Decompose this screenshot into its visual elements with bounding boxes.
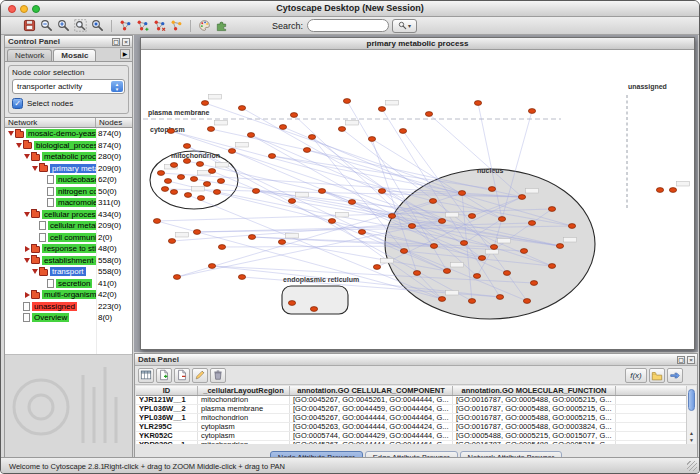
network-node[interactable] [528,109,535,114]
network-node[interactable] [548,264,555,269]
resize-grip[interactable] [687,461,697,471]
vizmapper-button[interactable] [196,18,213,34]
maximize-window-button[interactable] [32,5,40,13]
network-node[interactable] [656,188,663,193]
network-node[interactable] [208,169,215,174]
network-node[interactable] [438,297,445,302]
network-node[interactable] [290,113,297,118]
network-node[interactable] [303,148,310,153]
network-node[interactable] [238,106,245,111]
network-node[interactable] [523,299,530,304]
network-node[interactable] [288,301,295,306]
network-node[interactable] [183,159,190,164]
tree-column-nodes[interactable]: Nodes [96,118,132,127]
first-neighbors-button[interactable] [168,18,185,34]
network-node[interactable] [473,274,480,279]
network-node[interactable] [368,137,375,142]
create-view-button[interactable] [134,18,151,34]
table-row[interactable]: YLR295Ccytoplasm[GO:0045263, GO:0044444,… [136,423,696,432]
network-node[interactable] [343,99,350,104]
network-node[interactable] [429,199,436,204]
tree-collapse-toggle[interactable] [23,212,31,217]
tree-item-secretion[interactable]: secretion41(0) [5,278,132,290]
tree-collapse-toggle[interactable] [7,131,15,136]
select-nodes-checkbox[interactable]: ✓ [12,98,23,109]
dropdown-arrows-icon[interactable]: ▲▼ [111,81,123,92]
network-node[interactable] [157,171,164,176]
network-node[interactable] [208,264,215,269]
network-node[interactable] [488,187,495,192]
network-node[interactable] [207,127,214,132]
network-node[interactable] [548,207,555,212]
network-node[interactable] [308,135,315,140]
network-node[interactable] [168,239,175,244]
float-panel-icon[interactable]: ▢ [677,356,685,364]
network-node[interactable] [248,235,255,240]
attribute-dropdown[interactable]: transporter activity ▲▼ [12,79,125,94]
network-node[interactable] [197,196,204,201]
network-node[interactable] [490,245,497,250]
tree-item-overview[interactable]: Overview8(0) [5,312,132,324]
network-node[interactable] [310,307,317,312]
network-node[interactable] [167,129,174,134]
zoom-selected-button[interactable] [89,18,106,34]
network-node[interactable] [218,245,225,250]
network-node[interactable] [400,249,407,254]
tree-item-response-to-stimul[interactable]: response to stimul48(0) [5,243,132,255]
network-canvas[interactable]: plasma membranecytoplasmmitochondrionnuc… [141,51,694,349]
tree-item-primary-metabo[interactable]: primary metabo209(0) [5,163,132,175]
tree-item-establishment-of-l[interactable]: establishment of l558(0) [5,255,132,267]
table-row[interactable]: YPL036W__2plasma membrane[GO:0045267, GO… [136,405,696,414]
table-scrollbar[interactable]: ▲ ▼ [686,386,696,444]
save-session-button[interactable] [21,18,38,34]
edit-attribute-button[interactable] [192,368,208,383]
network-node[interactable] [425,112,432,117]
network-node[interactable] [408,224,415,229]
network-node[interactable] [460,241,467,246]
network-node[interactable] [318,189,325,194]
scroll-down-icon[interactable]: ▼ [687,437,696,443]
network-node[interactable] [217,179,224,184]
network-node[interactable] [474,101,481,106]
tree-expand-toggle[interactable] [23,292,31,298]
network-node[interactable] [193,230,200,235]
network-node[interactable] [247,133,254,138]
network-node[interactable] [378,107,385,112]
network-node[interactable] [528,221,535,226]
select-attributes-button[interactable] [138,368,154,383]
minimize-window-button[interactable] [20,5,28,13]
zoom-in-button[interactable] [55,18,72,34]
destroy-view-button[interactable] [151,18,168,34]
network-node[interactable] [430,244,437,249]
network-node[interactable] [338,127,345,132]
network-view-title[interactable]: primary metabolic process [141,38,694,50]
network-node[interactable] [177,175,184,180]
network-node[interactable] [399,129,406,134]
tree-collapse-toggle[interactable] [31,166,39,171]
column-header-cellularlayoutregion[interactable]: _cellularLayoutRegion [198,386,290,395]
network-node[interactable] [279,125,286,130]
close-window-button[interactable] [8,5,16,13]
network-node[interactable] [170,163,177,168]
attribute-mapping-button[interactable] [667,368,683,383]
network-node[interactable] [278,240,285,245]
tab-scroll-right-button[interactable]: ▶ [120,49,130,59]
network-node[interactable] [669,188,676,193]
create-attribute-button[interactable] [156,368,172,383]
tree-item-mosaic-demo-yeast[interactable]: mosaic-demo-yeast874(0) [5,128,132,140]
network-node[interactable] [196,162,203,167]
network-node[interactable] [228,149,235,154]
table-row[interactable]: YJR121W__1mitochondrion[GO:0045267, GO:0… [136,396,696,405]
network-node[interactable] [413,271,420,276]
show-overview-button[interactable] [117,18,134,34]
network-node[interactable] [373,265,380,270]
network-node[interactable] [498,217,505,222]
import-attributes-button[interactable] [649,368,665,383]
tree-collapse-toggle[interactable] [31,269,39,274]
tree-item-nucleobase[interactable]: nucleobase62(0) [5,174,132,186]
network-node[interactable] [556,244,563,249]
network-node[interactable] [478,256,485,261]
delete-attribute-button[interactable] [174,368,190,383]
tree-item-cellular-metabo[interactable]: cellular metabo209(0) [5,220,132,232]
network-node[interactable] [503,271,510,276]
